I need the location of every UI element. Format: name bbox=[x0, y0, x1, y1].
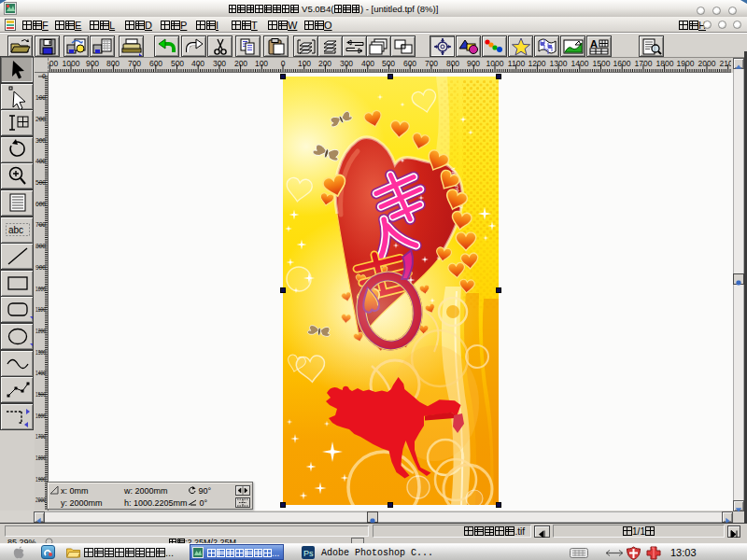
svg-text:900: 900 bbox=[86, 59, 99, 68]
svg-text:1000: 1000 bbox=[35, 285, 46, 293]
svg-text:1600: 1600 bbox=[613, 59, 631, 68]
svg-text:2100: 2100 bbox=[720, 59, 731, 68]
svg-text:500: 500 bbox=[171, 59, 184, 68]
svg-text:1700: 1700 bbox=[635, 59, 653, 68]
svg-text:800: 800 bbox=[446, 59, 459, 68]
svg-text:A: A bbox=[590, 38, 598, 49]
svg-text:400: 400 bbox=[361, 59, 374, 68]
svg-text:600: 600 bbox=[149, 59, 162, 68]
svg-text:1000: 1000 bbox=[486, 59, 504, 68]
svg-text:1100: 1100 bbox=[49, 59, 58, 68]
svg-text:500: 500 bbox=[382, 59, 395, 68]
svg-text:1500: 1500 bbox=[35, 390, 46, 399]
svg-text:2000: 2000 bbox=[698, 59, 716, 68]
svg-text:1800: 1800 bbox=[35, 454, 46, 462]
svg-text:1400: 1400 bbox=[35, 369, 46, 377]
svg-text:300: 300 bbox=[213, 59, 226, 68]
svg-text:200: 200 bbox=[318, 59, 331, 68]
svg-text:100: 100 bbox=[35, 93, 46, 102]
svg-text:1300: 1300 bbox=[550, 59, 568, 68]
svg-text:1600: 1600 bbox=[35, 412, 46, 420]
svg-text:600: 600 bbox=[35, 200, 46, 208]
svg-text:abc: abc bbox=[8, 225, 23, 235]
svg-text:1200: 1200 bbox=[35, 327, 46, 335]
svg-text:300: 300 bbox=[340, 59, 353, 68]
svg-text:700: 700 bbox=[425, 59, 438, 68]
svg-text:1400: 1400 bbox=[571, 59, 589, 68]
svg-text:1700: 1700 bbox=[35, 432, 46, 441]
svg-text:1100: 1100 bbox=[35, 305, 46, 314]
svg-text:100: 100 bbox=[298, 59, 311, 68]
svg-text:400: 400 bbox=[191, 59, 204, 68]
svg-text:800: 800 bbox=[35, 242, 46, 250]
svg-text:400: 400 bbox=[35, 157, 46, 165]
svg-text:0: 0 bbox=[42, 72, 46, 80]
svg-text:Ps: Ps bbox=[303, 549, 314, 558]
svg-text:200: 200 bbox=[234, 59, 247, 68]
svg-text:800: 800 bbox=[106, 59, 120, 68]
svg-text:1800: 1800 bbox=[656, 59, 674, 68]
svg-text:100: 100 bbox=[255, 59, 268, 68]
svg-text:1500: 1500 bbox=[593, 59, 611, 68]
svg-text:1900: 1900 bbox=[677, 59, 695, 68]
svg-text:500: 500 bbox=[35, 178, 46, 187]
svg-text:700: 700 bbox=[35, 220, 46, 229]
svg-text:1300: 1300 bbox=[35, 348, 46, 357]
svg-text:1000: 1000 bbox=[63, 59, 80, 68]
svg-text:700: 700 bbox=[128, 59, 141, 68]
svg-text:1200: 1200 bbox=[529, 59, 546, 68]
svg-text:1100: 1100 bbox=[508, 59, 526, 68]
svg-text:2000: 2000 bbox=[35, 496, 46, 504]
svg-text:900: 900 bbox=[467, 59, 480, 68]
svg-text:200: 200 bbox=[35, 115, 46, 123]
svg-text:900: 900 bbox=[35, 263, 46, 272]
svg-text:1900: 1900 bbox=[35, 475, 46, 483]
svg-text:300: 300 bbox=[35, 136, 46, 145]
svg-text:600: 600 bbox=[403, 59, 416, 68]
svg-text:0: 0 bbox=[281, 59, 286, 68]
